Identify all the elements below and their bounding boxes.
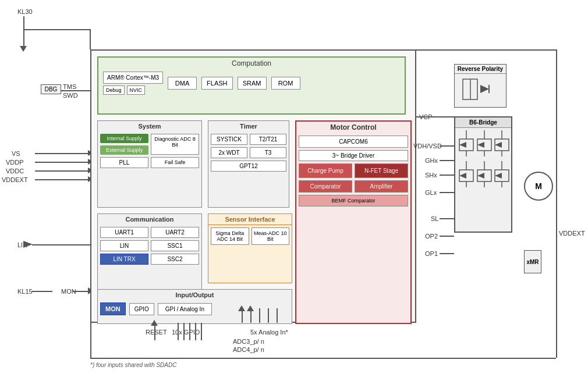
vddp-hline [35, 162, 90, 163]
comm-title: Communication [98, 214, 201, 225]
kl30-label: KL30 [17, 8, 33, 15]
analog-vline1 [259, 308, 260, 323]
io-inner: MON GPIO GPI / Analog In [98, 300, 292, 318]
failsafe-block: Fail Safe [151, 157, 199, 168]
reset-arrow [151, 320, 158, 326]
kl30-vline2 [90, 29, 91, 49]
b6-transistor-2 [474, 130, 493, 156]
dbg-block: DBG [41, 84, 61, 94]
xmr-block: xMR [524, 250, 541, 273]
bottom-hline [90, 358, 556, 359]
lin-item: LIN [100, 240, 148, 251]
t2t21-item: T2/T21 [250, 134, 286, 145]
vddc-label: VDDC [6, 168, 24, 175]
vddext-label: VDDEXT [2, 176, 28, 183]
glx-hline [440, 192, 454, 193]
vcp-hline [416, 116, 454, 117]
svg-marker-3 [480, 85, 489, 93]
comp-inner: ARM® Cortex™-M3 Debug NVIC DMA FLASH SRA… [98, 69, 405, 97]
systick-item: SYSTICK [211, 134, 247, 145]
op2-label: OP2 [425, 233, 438, 240]
adc4-arrow [247, 305, 254, 311]
io-title: Input/Output [98, 290, 292, 300]
timer-block: Timer SYSTICK T2/T21 2x WDT T3 GPT12 [208, 120, 289, 208]
kl30-arrow [20, 46, 27, 52]
lin-trx-item: LIN TRX [100, 254, 148, 265]
flash-item: FLASH [201, 77, 232, 90]
left-vline-main [90, 49, 91, 358]
kl15-label: KL15 [17, 288, 33, 295]
capcom-block: CAPCOM6 [299, 136, 408, 148]
arm-text: ARM® Cortex™-M3 [107, 74, 159, 81]
tms-label: TMS [63, 83, 76, 90]
external-supply: External Supply [100, 145, 148, 155]
io-mon-item: MON [100, 302, 126, 315]
computation-title: Computation [98, 58, 405, 69]
gpt12-item: GPT12 [211, 161, 286, 172]
glx-label: GLx [425, 189, 437, 196]
analog-in-label: 5x Analog In* [250, 329, 288, 336]
svg-marker-7 [459, 142, 466, 148]
pll-block: PLL [100, 157, 148, 168]
lin-hline [32, 244, 90, 245]
dbg-hline [61, 90, 90, 91]
arm-sub: Debug NVIC [103, 86, 163, 95]
xmr-label: xMR [526, 259, 539, 265]
arm-block: ARM® Cortex™-M3 Debug NVIC [103, 72, 163, 95]
b6-bottom-row [455, 159, 511, 190]
reset-label: RESET [146, 329, 167, 336]
internal-supply: Internal Supply [100, 134, 148, 143]
analog-vline3 [277, 308, 278, 323]
diagram-container: KL30 DBG TMS SWD VS VDDP VDDC VDDEXT LIN… [0, 0, 588, 381]
system-title: System [98, 121, 201, 131]
svg-marker-15 [495, 142, 502, 148]
io-gpio-item: GPIO [129, 303, 154, 315]
b6-top-row [455, 128, 511, 159]
adc3-label: ADC3_p/ n [233, 338, 264, 345]
op2-hline [440, 236, 454, 237]
op1-hline [440, 253, 454, 254]
sensor-interface-block: Sensor Interface Sigma Delta ADC 14 Bit … [208, 213, 292, 283]
shx-label: SHx [425, 172, 437, 179]
vddp-label: VDDP [6, 159, 24, 166]
motor-title: Motor Control [296, 122, 410, 133]
bridge-driver-block: 3~ Bridge Driver [299, 150, 408, 161]
svg-marker-11 [477, 142, 484, 148]
adc3-arrow [238, 305, 245, 311]
uart1-item: UART1 [100, 227, 148, 238]
motor-control-block: Motor Control CAPCOM6 3~ Bridge Driver C… [295, 120, 412, 324]
swd-label: SWD [63, 92, 78, 99]
diagnostic-adc: Diagnostic ADC 8 Bit [151, 134, 199, 155]
vdh-hline [440, 145, 454, 147]
comm-inner: UART1 UART2 LIN SSC1 LIN TRX SSC2 [98, 225, 201, 267]
dbg-label: DBG [45, 86, 58, 92]
io-block: Input/Output MON GPIO GPI / Analog In [97, 289, 292, 324]
gpio-vline1 [178, 323, 179, 340]
nvic-item: NVIC [127, 86, 146, 95]
vdh-vsd-label: VDH/VSD [413, 143, 442, 149]
rev-pol-inner [455, 74, 506, 105]
sensor-inner: Sigma Delta ADC 14 Bit Meas-ADC 10 Bit [208, 225, 292, 247]
svg-marker-0 [23, 241, 33, 248]
comparator-block: Comparator [299, 180, 352, 193]
svg-marker-19 [459, 173, 466, 179]
op1-label: OP1 [425, 250, 438, 257]
top-hline [90, 49, 556, 51]
sigma-delta-item: Sigma Delta ADC 14 Bit [211, 227, 249, 245]
svg-marker-23 [477, 173, 484, 179]
timer-title: Timer [208, 121, 289, 131]
ghx-hline [440, 160, 454, 161]
motor-mid: Charge Pump N-FET Stage [299, 163, 408, 178]
diag-text: Diagnostic ADC 8 Bit [154, 136, 196, 148]
sensor-title: Sensor Interface [208, 214, 292, 225]
io-gpi-item: GPI / Analog In [158, 303, 212, 315]
gpio-vline4 [195, 323, 196, 340]
rom-item: ROM [271, 77, 300, 90]
gpio-vline3 [189, 323, 190, 340]
lin-arrow-indicator [23, 241, 33, 248]
ssc2-item: SSC2 [151, 254, 199, 265]
ssc1-item: SSC1 [151, 240, 199, 251]
kl30-vline [23, 16, 24, 48]
computation-block: Computation ARM® Cortex™-M3 Debug NVIC D… [97, 56, 406, 115]
b6-transistor-1 [456, 130, 474, 156]
